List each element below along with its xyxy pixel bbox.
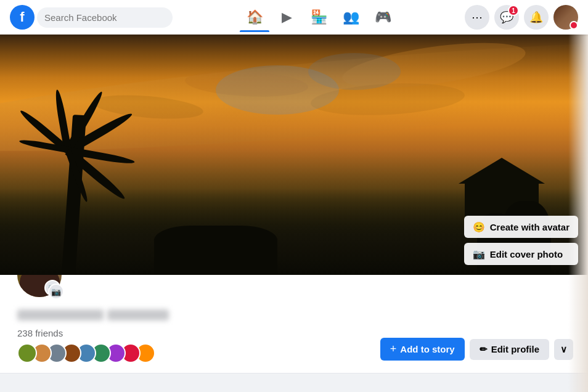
edit-cover-photo-button[interactable]: 📷 Edit cover photo [464,243,578,265]
nav-right: ⋯ 💬 1 🔔 [465,5,578,30]
nav-left: f [10,5,173,30]
plus-icon: + [390,343,397,356]
profile-menu-button[interactable] [553,5,578,30]
gaming-icon: 🎮 [375,9,391,25]
profile-notification-badge [570,21,578,30]
messenger-badge: 1 [508,5,519,16]
edit-avatar-button[interactable]: 📷 [48,284,64,300]
add-to-story-button[interactable]: + Add to story [380,338,465,361]
groups-icon: 👥 [343,9,359,25]
avatar-icon: 😊 [473,221,485,233]
messenger-button[interactable]: 💬 1 [494,5,519,30]
cover-buttons: 😊 Create with avatar 📷 Edit cover photo [464,216,578,265]
top-navigation: f 🏠 ▶ 🏪 👥 🎮 ⋯ 💬 1 🔔 [0,0,588,35]
groups-nav-button[interactable]: 👥 [336,2,365,32]
profile-name-area [17,309,169,323]
profile-name-blur-2 [107,309,169,321]
main-content: 😊 Create with avatar 📷 Edit cover photo … [0,35,588,374]
marketplace-nav-button[interactable]: 🏪 [304,2,333,32]
home-nav-button[interactable]: 🏠 [240,2,269,32]
camera-cover-icon: 📷 [473,248,485,260]
friend-avatar-1 [17,343,37,363]
right-sidebar-gradient [568,35,588,392]
create-with-avatar-button[interactable]: 😊 Create with avatar [464,216,578,238]
search-input[interactable] [37,7,173,28]
grid-icon: ⋯ [472,10,483,24]
grid-menu-button[interactable]: ⋯ [465,5,489,30]
nav-center: 🏠 ▶ 🏪 👥 🎮 [240,2,398,32]
gaming-nav-button[interactable]: 🎮 [368,2,398,32]
home-icon: 🏠 [247,9,263,25]
profile-bottom-row: 238 friends + Add to story [15,275,573,363]
edit-profile-button[interactable]: ✏ Edit profile [470,339,549,360]
store-icon: 🏪 [311,9,327,25]
profile-section: 📷 238 friends [0,275,588,374]
bell-icon: 🔔 [529,10,543,24]
profile-name-blur-1 [17,309,104,321]
chevron-down-icon: ∨ [560,344,567,355]
video-icon: ▶ [282,9,292,25]
friend-avatars-row [17,343,169,363]
video-nav-button[interactable]: ▶ [272,2,301,32]
facebook-logo: f [10,5,35,30]
cover-photo: 😊 Create with avatar 📷 Edit cover photo [0,35,588,275]
notifications-button[interactable]: 🔔 [524,5,549,30]
friends-count: 238 friends [17,328,169,338]
pencil-icon: ✏ [480,344,488,355]
profile-actions: + Add to story ✏ Edit profile ∨ [380,338,573,363]
